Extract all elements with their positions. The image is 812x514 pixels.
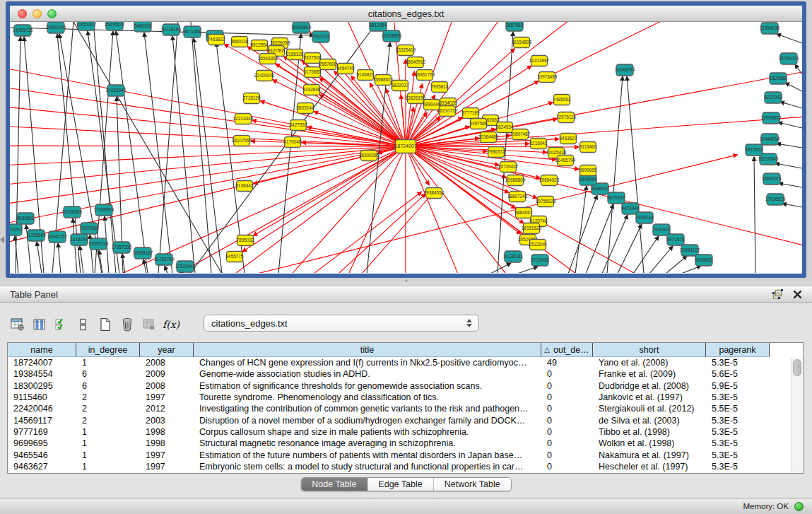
table-cell[interactable]: 2 (76, 392, 140, 402)
table-cell[interactable]: 18300295 (8, 381, 76, 391)
graph-node[interactable]: 20364486 (478, 132, 499, 143)
table-cell[interactable]: 0 (541, 404, 593, 414)
table-row[interactable]: 977716911998Corpus callosum shape and si… (8, 426, 803, 438)
graph-node[interactable]: 9777169 (462, 108, 480, 119)
table-cell[interactable]: Investigating the contribution of common… (194, 404, 541, 414)
close-window-button[interactable] (18, 9, 27, 18)
graph-node[interactable]: 19654923 (539, 175, 560, 186)
graph-node[interactable]: 18807249 (507, 192, 528, 202)
graph-node[interactable]: 12923446 (175, 261, 196, 272)
graph-node[interactable]: 6466162 (134, 22, 152, 32)
graph-node[interactable]: 11156869 (26, 230, 46, 241)
graph-node[interactable]: 18107554 (232, 136, 252, 146)
table-cell[interactable]: Hescheler et al. (1997) (593, 462, 706, 472)
table-cell[interactable]: Estimation of significance thresholds fo… (194, 381, 541, 391)
table-cell[interactable]: Wolkin et al. (1998) (593, 438, 706, 448)
graph-node[interactable]: 16495794 (555, 156, 576, 166)
graph-node[interactable]: 8930561 (17, 213, 35, 224)
table-cell[interactable]: 2012 (140, 404, 194, 414)
close-panel-icon[interactable] (793, 289, 802, 302)
table-cell[interactable]: 2003 (140, 416, 194, 426)
table-cell[interactable]: 0 (541, 416, 593, 426)
table-row[interactable]: 911546021997Tourette syndrome. Phenomeno… (8, 392, 803, 403)
graph-node[interactable]: 9397588 (81, 223, 98, 234)
scrollbar-thumb[interactable] (793, 359, 801, 376)
table-cell[interactable]: 2008 (140, 358, 194, 368)
graph-node[interactable]: 7463822 (208, 35, 225, 45)
graph-node[interactable]: 9146821 (357, 70, 375, 81)
table-cell[interactable]: 0 (541, 427, 593, 437)
table-cell[interactable]: 1997 (140, 462, 194, 472)
table-row[interactable]: 969969511998Structural magnetic resonanc… (8, 438, 803, 449)
graph-node[interactable]: 8427552 (290, 120, 307, 131)
graph-node[interactable]: 19756928 (536, 197, 556, 207)
graph-node[interactable]: 15720437 (498, 162, 519, 173)
table-row[interactable]: 1938455462009Genome-wide association stu… (8, 368, 803, 380)
graph-node[interactable]: 8471675 (667, 234, 685, 245)
graph-node[interactable]: 17957255 (112, 242, 132, 253)
table-cell[interactable]: 5.3E-5 (706, 416, 770, 426)
float-window-icon[interactable] (772, 289, 783, 302)
table-cell[interactable]: Dudbridge et al. (2008) (593, 381, 706, 391)
table-cell[interactable]: 22420046 (8, 404, 76, 414)
graph-node[interactable]: 8186328 (286, 49, 304, 60)
table-cell[interactable]: 6 (76, 369, 140, 379)
graph-node[interactable]: 5822037 (392, 81, 409, 91)
table-cell[interactable]: 5.3E-5 (706, 392, 770, 402)
graph-node[interactable]: 12554039 (760, 23, 780, 34)
column-header-out_de[interactable]: △out_de… (541, 343, 593, 357)
table-cell[interactable]: 0 (541, 369, 593, 379)
graph-node[interactable]: 16648784 (615, 64, 635, 76)
graph-node[interactable]: 13325419 (396, 45, 416, 56)
table-cell[interactable]: Nakamura et al. (1997) (593, 450, 706, 460)
graph-node[interactable]: 10719165 (161, 24, 182, 35)
table-cell[interactable]: Estimation of the future numbers of pati… (194, 450, 541, 460)
graph-node[interactable]: 9455775 (226, 252, 244, 262)
graph-node[interactable]: 8813054 (370, 22, 387, 31)
graph-node[interactable]: 2935114 (636, 212, 654, 223)
table-cell[interactable]: 1 (76, 427, 140, 437)
graph-node[interactable]: 2887682 (506, 22, 524, 31)
table-cell[interactable]: 5.9E-5 (706, 381, 770, 391)
table-cell[interactable]: 1997 (140, 392, 194, 402)
table-row[interactable]: 1830029562008Estimation of significance … (8, 380, 803, 392)
graph-node[interactable]: 10653287 (76, 22, 97, 30)
graph-node[interactable]: 16543392 (258, 54, 278, 64)
table-cell[interactable]: Structural magnetic resonance image aver… (194, 438, 541, 448)
graph-node[interactable]: 9884067 (515, 208, 533, 218)
graph-node[interactable]: 15692071 (762, 173, 782, 185)
table-cell[interactable]: 2008 (140, 381, 194, 391)
graph-node[interactable]: 22420046 (254, 71, 275, 81)
table-row[interactable]: 1456911722003Disruption of a novel membe… (8, 414, 803, 426)
table-cell[interactable]: 9699695 (8, 438, 76, 448)
table-cell[interactable]: 5.6E-5 (706, 369, 770, 379)
table-cell[interactable]: 1998 (140, 427, 194, 437)
new-table-button[interactable] (98, 316, 113, 333)
delete-table-button[interactable] (141, 316, 157, 333)
table-cell[interactable]: 5.3E-5 (706, 450, 770, 460)
column-header-pagerank[interactable]: pagerank (706, 343, 770, 357)
table-cell[interactable]: 9777169 (8, 427, 76, 437)
graph-node[interactable]: 2522549 (529, 240, 547, 250)
table-cell[interactable]: 1998 (140, 438, 194, 448)
graph-node[interactable]: 9329966 (770, 73, 787, 84)
graph-node[interactable]: 10688809 (505, 175, 526, 186)
graph-node[interactable]: 16782759 (154, 254, 175, 265)
graph-node[interactable]: 8912954 (251, 40, 269, 51)
panel-collapse-arrow-icon[interactable] (0, 236, 4, 243)
graph-node[interactable]: 20206556 (62, 206, 83, 218)
table-cell[interactable]: 2 (76, 404, 140, 414)
table-cell[interactable]: 9463627 (8, 462, 76, 472)
graph-node[interactable]: 13505135 (88, 238, 109, 250)
graph-node[interactable]: 10807487 (510, 129, 531, 140)
graph-node[interactable]: 8660128 (231, 37, 249, 47)
graph-node[interactable]: 9463627 (560, 134, 577, 144)
table-cell[interactable]: 5.3E-5 (706, 427, 770, 437)
zoom-window-button[interactable] (47, 9, 57, 18)
graph-node[interactable]: 20153346 (106, 85, 126, 96)
table-cell[interactable]: 2009 (140, 369, 194, 379)
graph-node[interactable]: 15688520 (373, 75, 394, 86)
graph-node[interactable]: 20891406 (46, 22, 66, 33)
tab-network-table[interactable]: Network Table (433, 478, 511, 491)
graph-node[interactable]: 6679197 (608, 192, 625, 204)
